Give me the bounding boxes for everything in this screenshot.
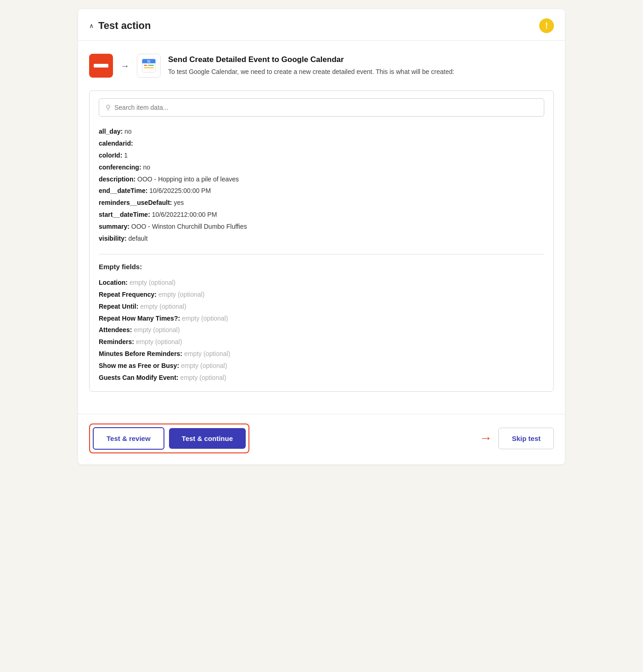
integration-title: Send Create Detailed Event to Google Cal… xyxy=(168,55,454,64)
divider xyxy=(99,254,544,254)
data-field-item: start__dateTime: 10/6/202212:00:00 PM xyxy=(99,209,544,221)
google-calendar-svg: 31 xyxy=(141,57,157,74)
svg-rect-3 xyxy=(144,65,147,66)
header-left: ∧ Test action xyxy=(89,20,151,32)
data-panel: ⚲ all_day: nocalendarid:colorId: 1confer… xyxy=(89,90,554,392)
data-field-item: all_day: no xyxy=(99,126,544,138)
arrow-right-icon: → xyxy=(120,61,130,71)
empty-field-item: Guests Can Modify Event: empty (optional… xyxy=(99,372,544,384)
integration-info: Send Create Detailed Event to Google Cal… xyxy=(168,55,454,77)
source-app-icon xyxy=(89,54,113,78)
skip-arrow-icon: → xyxy=(479,431,492,446)
empty-field-item: Attendees: empty (optional) xyxy=(99,324,544,336)
svg-rect-5 xyxy=(144,68,154,68)
header: ∧ Test action ! xyxy=(78,9,565,41)
data-field-item: visibility: default xyxy=(99,233,544,245)
dest-app-icon: 31 xyxy=(137,54,161,78)
page-title: Test action xyxy=(98,20,151,32)
empty-field-item: Show me as Free or Busy: empty (optional… xyxy=(99,360,544,372)
search-bar[interactable]: ⚲ xyxy=(99,98,544,117)
warning-badge: ! xyxy=(539,18,554,33)
empty-field-item: Repeat How Many Times?: empty (optional) xyxy=(99,313,544,325)
svg-rect-4 xyxy=(148,65,154,66)
empty-field-item: Location: empty (optional) xyxy=(99,277,544,289)
empty-fields-title: Empty fields: xyxy=(99,263,544,271)
integration-description: To test Google Calendar, we need to crea… xyxy=(168,67,454,77)
search-input[interactable] xyxy=(114,104,537,111)
data-field-item: end__dateTime: 10/6/20225:00:00 PM xyxy=(99,185,544,197)
search-icon: ⚲ xyxy=(106,103,111,112)
data-field-item: conferencing: no xyxy=(99,162,544,174)
integration-header: → 31 Send Create Detailed Event to xyxy=(89,54,554,78)
skip-test-button[interactable]: Skip test xyxy=(498,428,554,449)
data-field-item: colorId: 1 xyxy=(99,150,544,162)
test-continue-button[interactable]: Test & continue xyxy=(169,428,246,449)
data-field-item: reminders__useDefault: yes xyxy=(99,197,544,209)
main-card: ∧ Test action ! → xyxy=(78,9,565,464)
chevron-up-icon[interactable]: ∧ xyxy=(89,22,94,29)
test-buttons-wrapper: Test & review Test & continue xyxy=(89,424,249,453)
empty-field-item: Repeat Until: empty (optional) xyxy=(99,301,544,313)
empty-section: Empty fields: Location: empty (optional)… xyxy=(99,263,544,384)
empty-fields-container: Location: empty (optional)Repeat Frequen… xyxy=(99,277,544,384)
footer-right: → Skip test xyxy=(479,428,554,449)
test-review-button[interactable]: Test & review xyxy=(93,427,164,450)
footer: Test & review Test & continue → Skip tes… xyxy=(78,414,565,464)
body: → 31 Send Create Detailed Event to xyxy=(78,41,565,403)
source-icon-shape xyxy=(94,64,108,68)
data-field-item: calendarid: xyxy=(99,138,544,150)
empty-field-item: Minutes Before Reminders: empty (optiona… xyxy=(99,348,544,360)
svg-text:31: 31 xyxy=(147,60,151,63)
data-fields: all_day: nocalendarid:colorId: 1conferen… xyxy=(99,126,544,245)
data-field-item: summary: OOO - Winston Churchill Dumbo F… xyxy=(99,221,544,233)
empty-field-item: Repeat Frequency: empty (optional) xyxy=(99,289,544,301)
data-field-item: description: OOO - Hopping into a pile o… xyxy=(99,174,544,186)
empty-field-item: Reminders: empty (optional) xyxy=(99,336,544,348)
